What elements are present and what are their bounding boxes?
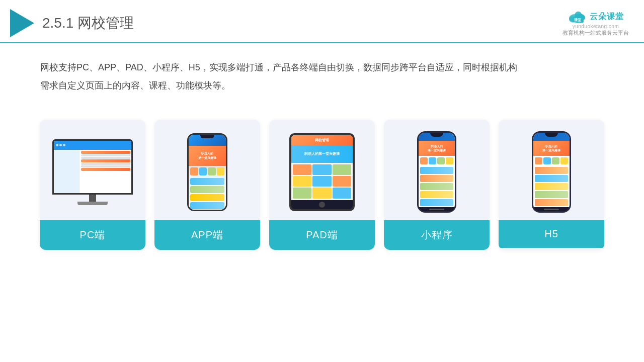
header: 2.5.1 网校管理 课堂 云朵课堂 yunduoketang.com 教育机构… [0,0,644,43]
svg-text:课堂: 课堂 [574,18,582,22]
card-miniprogram-image: 职选人的第一堂兴趣课 [384,120,490,220]
pad-tablet-screen: 网校管理 职选人的第一堂兴趣课 [291,135,353,200]
pc-screen [54,141,131,193]
card-pc-image [40,120,145,220]
header-left: 2.5.1 网校管理 [10,9,134,37]
title-text: 网校管理 [77,15,134,31]
card-miniprogram: 职选人的第一堂兴趣课 [384,120,490,250]
card-app: 职选人的第一堂兴趣课 [154,120,260,250]
card-pad-label: PAD端 [269,220,375,250]
card-app-image: 职选人的第一堂兴趣课 [154,120,260,220]
title-number: 2.5.1 [42,15,73,31]
cloud-icon: 课堂 [568,10,587,24]
card-pad-image: 网校管理 职选人的第一堂兴趣课 [269,120,375,220]
brand-logo: 课堂 云朵课堂 yunduoketang.com 教育机构一站式服务云平台 [562,10,629,37]
app-phone-mockup: 职选人的第一堂兴趣课 [187,133,227,211]
card-pc-label: PC端 [40,220,145,250]
miniprogram-screen: 职选人的第一堂兴趣课 [419,133,455,207]
card-h5-label: H5 [499,220,604,248]
card-app-label: APP端 [154,220,260,250]
h5-phone-mockup: 职选人的第一堂兴趣课 [532,131,571,213]
logo-triangle-icon [10,9,34,37]
miniprogram-phone-mockup: 职选人的第一堂兴趣课 [417,131,456,213]
h5-screen: 职选人的第一堂兴趣课 [533,133,570,207]
pad-tablet-mockup: 网校管理 职选人的第一堂兴趣课 [289,133,355,211]
app-phone-screen: 职选人的第一堂兴趣课 [189,135,226,211]
brand-url: yunduoketang.com [573,24,619,29]
pc-mockup [52,139,133,205]
card-pc: PC端 [40,120,145,250]
brand-cloud: 课堂 云朵课堂 [568,10,624,24]
brand-slogan: 教育机构一站式服务云平台 [562,29,629,37]
card-pad: 网校管理 职选人的第一堂兴趣课 [269,120,375,250]
svg-point-4 [575,12,582,19]
description-text: 网校支持PC、APP、PAD、小程序、H5，实现多端打通，产品各终端自由切换，数… [0,43,644,100]
pc-monitor [52,139,133,195]
brand-name: 云朵课堂 [590,12,624,22]
card-h5: 职选人的第一堂兴趣课 [499,120,604,250]
cards-container: PC端 职选人的第一堂兴趣课 [0,105,644,265]
card-miniprogram-label: 小程序 [384,220,490,250]
card-h5-image: 职选人的第一堂兴趣课 [499,120,604,220]
page-title: 2.5.1 网校管理 [42,14,134,33]
